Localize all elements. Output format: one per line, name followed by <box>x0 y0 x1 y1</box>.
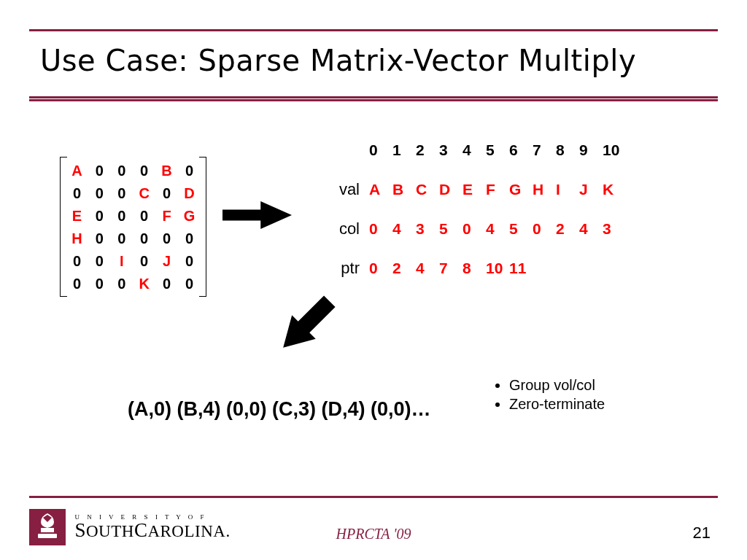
csr-cell: 4 <box>415 252 438 283</box>
csr-cell: 8 <box>462 252 485 283</box>
csr-cell: J <box>578 174 602 204</box>
matrix-cell: 0 <box>111 227 133 249</box>
matrix-right-bracket <box>199 157 206 297</box>
arrow-down-left-icon <box>274 292 339 357</box>
csr-cell <box>602 252 625 283</box>
matrix-cell: 0 <box>111 272 133 295</box>
matrix-cell: B <box>155 159 178 182</box>
matrix-cell: J <box>155 249 178 272</box>
csr-cell: 4 <box>392 213 415 244</box>
csr-cell: 3 <box>438 134 462 165</box>
matrix-cell: F <box>155 204 178 227</box>
matrix-cell: 0 <box>88 182 111 204</box>
csr-cell: 4 <box>485 213 508 244</box>
csr-cell <box>555 252 578 283</box>
slide: Use Case: Sparse Matrix-Vector Multiply … <box>0 0 747 560</box>
csr-cell: 0 <box>462 213 485 244</box>
matrix-cell: D <box>178 182 201 204</box>
note-item: Zero-terminate <box>509 394 605 413</box>
matrix-cell: 0 <box>178 272 201 295</box>
dense-matrix: A000B0000C0DE000FGH0000000I0J0000K00 <box>66 159 201 295</box>
csr-arrays: 012345678910valABCDEFGHIJKcol04350450243… <box>321 134 625 283</box>
rule-bottom <box>29 496 718 498</box>
csr-label-ptr: ptr <box>321 252 368 283</box>
rule-under-title-1 <box>29 96 718 98</box>
csr-cell: 10 <box>602 134 625 165</box>
csr-cell: H <box>532 174 555 204</box>
csr-cell: 10 <box>485 252 508 283</box>
matrix-cell: 0 <box>155 182 178 204</box>
matrix-cell: 0 <box>133 227 155 249</box>
matrix-cell: I <box>111 249 133 272</box>
tuple-sequence: (A,0) (B,4) (0,0) (C,3) (D,4) (0,0)… <box>128 397 431 421</box>
csr-label-blank <box>321 134 368 165</box>
csr-cell: 2 <box>555 213 578 244</box>
matrix-cell: H <box>66 227 88 249</box>
csr-cell: 6 <box>508 134 532 165</box>
csr-cell: F <box>485 174 508 204</box>
csr-cell: 5 <box>438 213 462 244</box>
csr-cell: 5 <box>508 213 532 244</box>
csr-cell: 0 <box>368 252 392 283</box>
csr-cell: 0 <box>368 213 392 244</box>
csr-cell: 2 <box>415 134 438 165</box>
csr-cell: 9 <box>578 134 602 165</box>
arrow-right-icon <box>222 201 292 230</box>
csr-cell: 3 <box>415 213 438 244</box>
rule-under-title-2 <box>29 99 718 101</box>
csr-cell: 5 <box>485 134 508 165</box>
matrix-cell: 0 <box>133 204 155 227</box>
matrix-cell: 0 <box>88 249 111 272</box>
csr-cell: 4 <box>462 134 485 165</box>
csr-cell: G <box>508 174 532 204</box>
matrix-cell: 0 <box>111 204 133 227</box>
csr-cell: I <box>555 174 578 204</box>
footer-conference: HPRCTA '09 <box>0 526 747 541</box>
matrix-cell: 0 <box>155 272 178 295</box>
notes-list: Group vol/col Zero-terminate <box>467 376 605 413</box>
csr-cell <box>532 252 555 283</box>
matrix-cell: G <box>178 204 201 227</box>
matrix-cell: 0 <box>88 227 111 249</box>
csr-cell: 1 <box>392 134 415 165</box>
csr-cell: 11 <box>508 252 532 283</box>
svg-marker-0 <box>222 201 292 229</box>
matrix-table: A000B0000C0DE000FGH0000000I0J0000K00 <box>66 159 201 295</box>
csr-cell: 8 <box>555 134 578 165</box>
matrix-cell: A <box>66 159 88 182</box>
matrix-cell: K <box>133 272 155 295</box>
csr-cell: 3 <box>602 213 625 244</box>
csr-cell: 2 <box>392 252 415 283</box>
csr-cell: 0 <box>532 213 555 244</box>
matrix-cell: E <box>66 204 88 227</box>
matrix-cell: 0 <box>66 272 88 295</box>
csr-cell: E <box>462 174 485 204</box>
rule-top <box>29 29 718 31</box>
matrix-cell: 0 <box>88 159 111 182</box>
csr-cell: C <box>415 174 438 204</box>
matrix-cell: 0 <box>66 182 88 204</box>
matrix-cell: 0 <box>178 159 201 182</box>
matrix-cell: C <box>133 182 155 204</box>
csr-cell: K <box>602 174 625 204</box>
csr-cell: D <box>438 174 462 204</box>
matrix-cell: 0 <box>133 249 155 272</box>
footer-page-number: 21 <box>693 525 711 541</box>
matrix-cell: 0 <box>88 204 111 227</box>
matrix-cell: 0 <box>178 227 201 249</box>
matrix-cell: 0 <box>155 227 178 249</box>
csr-cell: B <box>392 174 415 204</box>
csr-cell: A <box>368 174 392 204</box>
csr-cell <box>578 252 602 283</box>
csr-cell: 0 <box>368 134 392 165</box>
matrix-cell: 0 <box>66 249 88 272</box>
matrix-cell: 0 <box>88 272 111 295</box>
csr-cell: 7 <box>532 134 555 165</box>
csr-label-val: val <box>321 174 368 204</box>
slide-title: Use Case: Sparse Matrix-Vector Multiply <box>40 44 636 77</box>
matrix-left-bracket <box>60 157 67 297</box>
matrix-cell: 0 <box>178 249 201 272</box>
csr-cell: 7 <box>438 252 462 283</box>
svg-marker-1 <box>274 292 339 357</box>
matrix-cell: 0 <box>111 182 133 204</box>
